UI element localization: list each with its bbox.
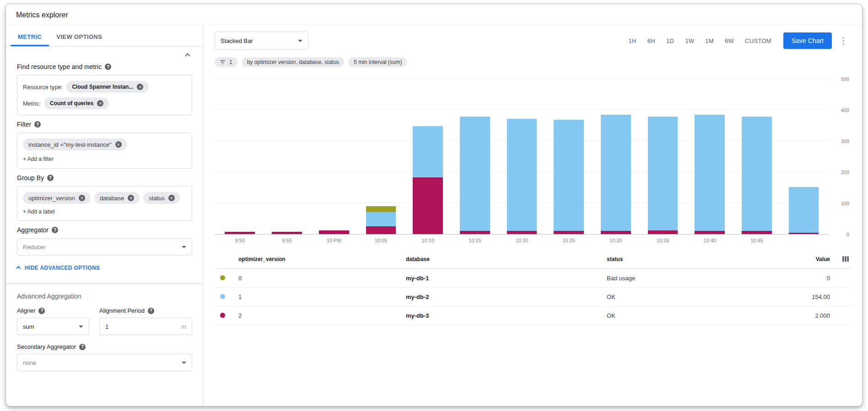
remove-resource-type-icon[interactable] bbox=[137, 84, 143, 90]
hide-advanced-options-label: HIDE ADVANCED OPTIONS bbox=[25, 265, 100, 271]
bar-slot-10:15 bbox=[451, 79, 498, 234]
cell-status: OK bbox=[607, 312, 769, 319]
remove-chip-icon[interactable] bbox=[79, 195, 85, 201]
tab-view-options[interactable]: VIEW OPTIONS bbox=[49, 25, 109, 46]
help-icon-aligner[interactable] bbox=[38, 308, 45, 314]
x-tick-label: 10:15 bbox=[451, 238, 498, 243]
stacked-bar-10:40[interactable] bbox=[695, 115, 725, 234]
interval-chip[interactable]: 5 min interval (sum) bbox=[349, 57, 407, 67]
help-icon-group-by[interactable] bbox=[47, 175, 54, 181]
remove-chip-icon[interactable] bbox=[168, 195, 175, 201]
chevron-up-icon bbox=[16, 266, 21, 270]
stacked-bar-9:50[interactable] bbox=[225, 232, 255, 234]
secondary-aggregator-select[interactable]: none bbox=[17, 354, 192, 371]
time-range-1h[interactable]: 1H bbox=[623, 33, 642, 48]
bar-slot-10:45 bbox=[733, 79, 781, 234]
cell-color bbox=[215, 312, 238, 319]
cell-status: OK bbox=[607, 294, 769, 300]
stacked-bar-10:10[interactable] bbox=[413, 126, 443, 234]
group-by-section: Group By optimizer_versiondatabasestatus… bbox=[17, 174, 192, 221]
group-by-summary-chip[interactable]: by optimizer version, database, status bbox=[242, 57, 344, 67]
time-range-custom[interactable]: CUSTOM bbox=[739, 33, 777, 48]
stacked-bar-10 PM[interactable] bbox=[319, 230, 349, 234]
stacked-bar-9:55[interactable] bbox=[272, 232, 302, 234]
stacked-bar-10:25[interactable] bbox=[554, 120, 584, 234]
x-tick-label: 10:30 bbox=[593, 238, 640, 243]
bar-segment-series-2 bbox=[413, 177, 443, 234]
bar-segment-series-2 bbox=[695, 231, 725, 234]
remove-chip-icon[interactable] bbox=[128, 195, 134, 201]
header-database[interactable]: database bbox=[406, 256, 607, 262]
header-status[interactable]: status bbox=[607, 256, 769, 262]
chip-label: database bbox=[100, 195, 124, 201]
y-tick-label: 100 bbox=[841, 201, 849, 206]
aligner-value: sum bbox=[23, 323, 34, 330]
bar-slot-10 PM bbox=[310, 79, 357, 234]
more-options-icon[interactable] bbox=[836, 36, 851, 46]
add-label-button[interactable]: + Add a label bbox=[23, 208, 55, 215]
header-value[interactable]: Value bbox=[769, 256, 830, 262]
aligner-select[interactable]: sum bbox=[17, 318, 89, 335]
bar-slot-10:40 bbox=[686, 79, 733, 234]
add-filter-button[interactable]: + Add a filter bbox=[23, 156, 54, 162]
group-by-chip-status[interactable]: status bbox=[143, 192, 180, 204]
bar-segment-series-2 bbox=[648, 230, 678, 234]
time-range-1w[interactable]: 1W bbox=[679, 33, 700, 48]
filter-section: Filter instance_id ="my-test-instance" +… bbox=[17, 121, 192, 169]
collapse-card-icon[interactable] bbox=[185, 53, 190, 58]
resource-type-chip[interactable]: Cloud Spanner Instan... bbox=[66, 81, 149, 93]
table-row[interactable]: 0my-db-1Bad usage0 bbox=[215, 269, 851, 288]
hide-advanced-options-button[interactable]: HIDE ADVANCED OPTIONS bbox=[17, 265, 192, 271]
filter-chip[interactable]: instance_id ="my-test-instance" bbox=[23, 139, 127, 150]
metric-chip[interactable]: Count of queries bbox=[44, 97, 109, 109]
x-tick-label: 10:10 bbox=[404, 238, 452, 243]
save-chart-button[interactable]: Save Chart bbox=[783, 32, 832, 49]
stacked-bar-10:35[interactable] bbox=[648, 117, 678, 234]
tab-metric[interactable]: METRIC bbox=[11, 25, 49, 46]
cell-color bbox=[215, 294, 238, 300]
cell-status: Bad usage bbox=[607, 275, 769, 282]
chip-label: 5 min interval (sum) bbox=[354, 59, 402, 65]
x-tick-label bbox=[780, 238, 827, 243]
aggregator-section: Aggregator bbox=[17, 226, 192, 234]
chart-plot-area[interactable] bbox=[215, 79, 829, 235]
stacked-bar-10:15[interactable] bbox=[460, 117, 490, 234]
cell-database: my-db-1 bbox=[406, 275, 607, 282]
chart-filters-row: 1 by optimizer version, database, status… bbox=[204, 53, 862, 74]
legend-table-body: 0my-db-1Bad usage01my-db-2OK154.002my-db… bbox=[215, 269, 851, 325]
x-tick-label: 10:05 bbox=[357, 238, 404, 243]
time-range-1d[interactable]: 1D bbox=[661, 33, 679, 48]
table-row[interactable]: 1my-db-2OK154.00 bbox=[215, 288, 851, 306]
time-range-6w[interactable]: 6W bbox=[719, 33, 739, 48]
help-icon-aggregator[interactable] bbox=[52, 227, 58, 233]
stacked-bar-10:20[interactable] bbox=[507, 119, 537, 234]
filter-count: 1 bbox=[229, 59, 232, 65]
stacked-bar-10:05[interactable] bbox=[366, 206, 396, 234]
cell-optimizer-version: 1 bbox=[238, 294, 406, 300]
remove-filter-icon[interactable] bbox=[115, 141, 122, 148]
time-range-1m[interactable]: 1M bbox=[700, 33, 719, 48]
stacked-bar-10:50[interactable] bbox=[789, 187, 819, 234]
help-icon-resource[interactable] bbox=[105, 64, 111, 70]
help-icon-filter[interactable] bbox=[34, 121, 41, 128]
time-range-group: 1H6H1D1W1M6WCUSTOM bbox=[623, 33, 777, 48]
group-by-chip-optimizer_version[interactable]: optimizer_version bbox=[23, 192, 91, 204]
chart-type-select[interactable]: Stacked Bar bbox=[215, 32, 308, 50]
header-optimizer-version[interactable]: optimizer_version bbox=[238, 256, 406, 262]
table-row[interactable]: 2my-db-3OK2.000 bbox=[215, 306, 851, 325]
stacked-bar-10:45[interactable] bbox=[742, 117, 772, 234]
group-by-chip-database[interactable]: database bbox=[94, 192, 140, 204]
x-tick-label: 10:25 bbox=[545, 238, 593, 243]
column-picker-icon[interactable] bbox=[842, 256, 849, 262]
bar-slot-10:25 bbox=[545, 79, 593, 234]
help-icon-secondary-aggregator[interactable] bbox=[79, 344, 86, 350]
aggregator-select[interactable]: Reducer bbox=[17, 238, 192, 256]
remove-metric-icon[interactable] bbox=[97, 100, 103, 107]
filter-count-chip[interactable]: 1 bbox=[215, 57, 237, 67]
stacked-bar-10:30[interactable] bbox=[601, 115, 631, 234]
time-range-6h[interactable]: 6H bbox=[642, 33, 661, 48]
bar-slot-9:55 bbox=[264, 79, 311, 234]
advanced-aggregation-heading: Advanced Aggregation bbox=[17, 293, 192, 300]
help-icon-alignment-period[interactable] bbox=[148, 308, 154, 314]
alignment-period-input[interactable]: 1 m bbox=[99, 318, 192, 335]
